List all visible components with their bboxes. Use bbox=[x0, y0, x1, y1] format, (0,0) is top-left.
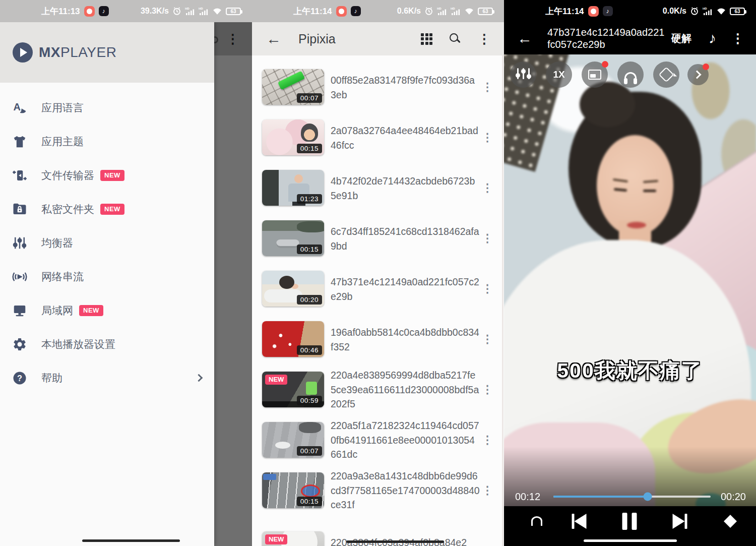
video-name: 220a5f1a72182324c119464cd0570fb641911661… bbox=[331, 418, 480, 462]
video-name: 196af0abb5814c0ca4b8dbb0c834f352 bbox=[331, 325, 480, 354]
previous-button[interactable] bbox=[572, 514, 587, 529]
home-indicator[interactable] bbox=[82, 539, 180, 542]
row-menu-button[interactable]: ⋮ bbox=[482, 133, 493, 143]
video-thumbnail[interactable]: 00:07 bbox=[262, 422, 324, 458]
drawer-header: MXPLAYER bbox=[0, 22, 214, 83]
drawer-item-network-stream[interactable]: 网络串流 bbox=[0, 260, 214, 293]
video-thumbnail[interactable]: NEW bbox=[262, 531, 324, 546]
duration-badge: 01:23 bbox=[297, 194, 322, 204]
signal-hd-icon: HD bbox=[185, 7, 195, 16]
dimmed-toolbar: ⋮ bbox=[214, 22, 252, 55]
video-thumbnail[interactable]: 00:15 bbox=[262, 220, 324, 256]
network-speed: 39.3K/s bbox=[141, 7, 169, 16]
notification-dot bbox=[703, 64, 709, 70]
pause-button[interactable] bbox=[622, 513, 637, 530]
scrollbar[interactable] bbox=[502, 55, 503, 546]
player-controls bbox=[504, 506, 756, 536]
duration-badge: 00:07 bbox=[297, 93, 322, 103]
svg-text:HD: HD bbox=[437, 7, 442, 10]
svg-text:HD: HD bbox=[185, 7, 190, 10]
panel-drawer: 上午11:13 ♪ 39.3K/s HD HD 63 MXPLAYER A 应用… bbox=[0, 0, 252, 546]
decoder-toggle[interactable]: 硬解 bbox=[671, 32, 691, 45]
mx-player-logo-icon bbox=[13, 42, 33, 63]
video-thumbnail[interactable]: 00:07 bbox=[262, 69, 324, 105]
video-row[interactable]: NEW00:59 220a4e8389569994d8dba5217fe5ce3… bbox=[252, 365, 504, 415]
video-row[interactable]: 00:07 220a5f1a72182324c119464cd0570fb641… bbox=[252, 415, 504, 465]
video-row[interactable]: 00:15 6c7d34ff185241c68cd1318462afa9bd ⋮ bbox=[252, 213, 504, 264]
status-time: 上午11:13 bbox=[41, 6, 80, 17]
drawer-item-local-player-settings[interactable]: 本地播放器设置 bbox=[0, 327, 214, 361]
player-menu-button[interactable]: ⋮ bbox=[731, 33, 744, 43]
equalizer-button[interactable] bbox=[510, 62, 536, 88]
playback-speed-button[interactable]: 1X bbox=[546, 62, 572, 88]
signal-hd-icon: HD bbox=[451, 7, 461, 16]
back-button[interactable]: ← bbox=[266, 30, 281, 47]
wifi-icon bbox=[716, 7, 726, 15]
video-row[interactable]: 00:15 2a078a32764a4ee48464eb21bad46fcc ⋮ bbox=[252, 112, 504, 163]
video-name: 47b371e4c12149a0ad221fc057c2e29b bbox=[331, 275, 480, 304]
drawer-item-lan[interactable]: 局域网 NEW bbox=[0, 293, 214, 327]
row-menu-button[interactable]: ⋮ bbox=[482, 334, 493, 344]
overflow-menu-icon: ⋮ bbox=[226, 31, 239, 47]
video-frame bbox=[504, 54, 756, 507]
drawer-item-file-transfer[interactable]: 文件传输器 NEW bbox=[0, 158, 214, 192]
row-menu-button[interactable]: ⋮ bbox=[482, 435, 493, 445]
video-row[interactable]: 00:07 00ff85e2a831478f9fe7fc093d36a3eb ⋮ bbox=[252, 62, 504, 112]
video-name: 2a078a32764a4ee48464eb21bad46fcc bbox=[331, 124, 480, 152]
svg-text:A: A bbox=[14, 101, 21, 112]
pip-button[interactable] bbox=[582, 62, 608, 88]
row-menu-button[interactable]: ⋮ bbox=[482, 183, 493, 193]
back-button[interactable]: ← bbox=[517, 30, 532, 47]
drawer-item-equalizer[interactable]: 均衡器 bbox=[0, 226, 214, 260]
row-menu-button[interactable]: ⋮ bbox=[482, 385, 493, 395]
video-thumbnail[interactable]: 00:46 bbox=[262, 321, 324, 357]
notification-dot bbox=[602, 61, 608, 68]
audio-track-icon[interactable]: ♪ bbox=[709, 30, 716, 47]
dimmed-background: ⋮ bbox=[214, 22, 252, 546]
seek-track[interactable] bbox=[553, 496, 711, 498]
video-row[interactable]: 01:23 4b742f02de714432acbdeb6723b5e91b ⋮ bbox=[252, 163, 504, 213]
row-menu-button[interactable]: ⋮ bbox=[482, 284, 493, 294]
seek-thumb[interactable] bbox=[644, 493, 652, 501]
drawer-item-help[interactable]: ? 帮助 bbox=[0, 361, 214, 395]
video-thumbnail[interactable]: 00:15 bbox=[262, 119, 324, 155]
duration-badge: 00:15 bbox=[297, 144, 322, 153]
video-name: 4b742f02de714432acbdeb6723b5e91b bbox=[331, 174, 480, 203]
tiktok-icon: ♪ bbox=[603, 6, 613, 16]
row-menu-button[interactable]: ⋮ bbox=[482, 486, 493, 496]
equalizer-icon bbox=[11, 234, 28, 252]
status-bar: 上午11:13 ♪ 39.3K/s HD HD 63 bbox=[0, 0, 252, 22]
home-indicator[interactable] bbox=[346, 540, 444, 543]
duration-badge: 00:46 bbox=[297, 345, 322, 355]
video-thumbnail[interactable]: 01:23 bbox=[262, 170, 324, 206]
home-indicator[interactable] bbox=[584, 539, 677, 542]
video-thumbnail[interactable]: 00:20 bbox=[262, 271, 324, 307]
battery-icon: 63 bbox=[226, 8, 241, 15]
video-name: 220a9a3e8a1431c48dbb6de99d6cd3f77581165e… bbox=[331, 469, 480, 512]
video-thumbnail[interactable]: NEW00:59 bbox=[262, 372, 324, 407]
drawer-item-private-folder[interactable]: 私密文件夹 NEW bbox=[0, 192, 214, 226]
signal-hd-icon: HD bbox=[437, 7, 447, 16]
alarm-icon bbox=[424, 7, 433, 16]
video-thumbnail[interactable]: 00:15 bbox=[262, 472, 324, 508]
grid-view-button[interactable] bbox=[421, 33, 432, 45]
drawer-item-app-language[interactable]: A 应用语言 bbox=[0, 91, 214, 125]
row-menu-button[interactable]: ⋮ bbox=[482, 82, 493, 92]
app-bar: ← Pipixia ⋮ bbox=[252, 22, 504, 55]
rotate-screen-button[interactable] bbox=[653, 62, 679, 88]
panel-video-player: 上午11:14 ♪ 0.0K/s HD 63 ← 47b371e4c12149a… bbox=[504, 0, 756, 546]
headphones-button[interactable] bbox=[617, 62, 644, 88]
subtitle-text: 500我就不痛了 bbox=[504, 357, 756, 385]
video-row[interactable]: 00:20 47b371e4c12149a0ad221fc057c2e29b ⋮ bbox=[252, 264, 504, 314]
row-menu-button[interactable]: ⋮ bbox=[482, 233, 493, 244]
status-time: 上午11:14 bbox=[293, 6, 332, 17]
video-row[interactable]: 00:15 220a9a3e8a1431c48dbb6de99d6cd3f775… bbox=[252, 465, 504, 516]
video-row[interactable]: 00:46 196af0abb5814c0ca4b8dbb0c834f352 ⋮ bbox=[252, 314, 504, 365]
overflow-menu-button[interactable]: ⋮ bbox=[478, 34, 491, 44]
next-button[interactable] bbox=[673, 514, 687, 529]
duration-badge: 00:59 bbox=[297, 396, 322, 405]
search-button[interactable] bbox=[450, 33, 461, 44]
expand-more-button[interactable] bbox=[687, 64, 709, 85]
video-surface[interactable]: 1X 500我就不痛了 bbox=[504, 54, 756, 507]
drawer-item-app-theme[interactable]: 应用主题 bbox=[0, 125, 214, 158]
